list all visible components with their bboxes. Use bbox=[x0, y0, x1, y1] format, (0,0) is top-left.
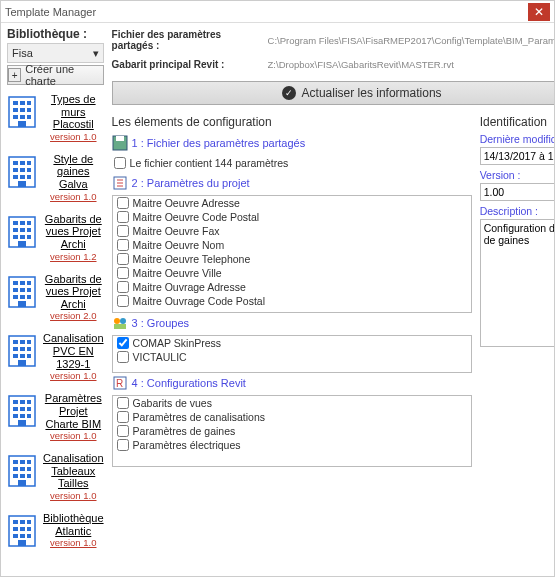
list-item[interactable]: Maitre Oeuvre Telephone bbox=[113, 252, 471, 266]
building-icon bbox=[7, 392, 37, 428]
svg-rect-31 bbox=[27, 235, 31, 239]
list-item[interactable]: Maitre Oeuvre Adresse bbox=[113, 196, 471, 210]
library-select[interactable]: Fisa ▾ bbox=[7, 43, 104, 63]
revit-checkbox[interactable] bbox=[117, 439, 129, 451]
charte-item[interactable]: Gabarits de vues Projet Archiversion 2.0 bbox=[7, 273, 104, 323]
param-checkbox[interactable] bbox=[117, 267, 129, 279]
revit-checkbox[interactable] bbox=[117, 425, 129, 437]
svg-rect-73 bbox=[13, 474, 18, 478]
svg-rect-81 bbox=[13, 527, 18, 531]
charte-item[interactable]: Paramètres Projet Charte BIMversion 1.0 bbox=[7, 392, 104, 442]
params-listbox[interactable]: Maitre Oeuvre AdresseMaitre Oeuvre Code … bbox=[112, 195, 472, 313]
gabarit-label: Gabarit principal Revit : bbox=[112, 59, 262, 70]
param-checkbox[interactable] bbox=[117, 295, 129, 307]
charte-item[interactable]: Style de gaines Galvaversion 1.0 bbox=[7, 153, 104, 203]
svg-rect-82 bbox=[20, 527, 25, 531]
list-item[interactable]: COMAP SkinPress bbox=[113, 336, 471, 350]
charte-version: version 1.2 bbox=[43, 252, 104, 263]
list-item[interactable]: Gabarits de vues bbox=[113, 396, 471, 410]
version-field[interactable] bbox=[480, 183, 555, 201]
svg-rect-47 bbox=[27, 340, 31, 344]
param-checkbox[interactable] bbox=[117, 281, 129, 293]
param-checkbox[interactable] bbox=[117, 225, 129, 237]
building-icon bbox=[7, 452, 37, 488]
svg-rect-84 bbox=[13, 534, 18, 538]
update-button[interactable]: ✓ Actualiser les informations bbox=[112, 81, 555, 105]
svg-rect-69 bbox=[27, 460, 31, 464]
svg-rect-10 bbox=[18, 121, 26, 127]
group-checkbox[interactable] bbox=[117, 351, 129, 363]
svg-rect-72 bbox=[27, 467, 31, 471]
window-title: Template Manager bbox=[5, 6, 528, 18]
disk-icon bbox=[112, 135, 128, 151]
svg-rect-57 bbox=[20, 400, 25, 404]
svg-rect-43 bbox=[18, 301, 26, 307]
param-checkbox[interactable] bbox=[117, 239, 129, 251]
charte-item[interactable]: Gabarits de vues Projet Archiversion 1.2 bbox=[7, 213, 104, 263]
svg-rect-70 bbox=[13, 467, 18, 471]
param-label: Maitre Oeuvre Adresse bbox=[133, 197, 240, 209]
charte-item[interactable]: Bibliothèque Atlanticversion 1.0 bbox=[7, 512, 104, 549]
list-item[interactable]: Maitre Oeuvre Ville bbox=[113, 266, 471, 280]
revit-label: Paramètres de gaines bbox=[133, 425, 236, 437]
svg-rect-93 bbox=[114, 324, 126, 329]
list-item[interactable]: Maitre Ouvrage Code Postal bbox=[113, 294, 471, 308]
svg-rect-26 bbox=[13, 228, 18, 232]
config-title: Les élements de configuration bbox=[112, 115, 472, 129]
file-contains-checkbox[interactable] bbox=[114, 157, 126, 169]
create-charte-button[interactable]: + Créer une charte bbox=[7, 65, 104, 85]
svg-rect-37 bbox=[13, 288, 18, 292]
svg-rect-7 bbox=[13, 115, 18, 119]
group-label: COMAP SkinPress bbox=[133, 337, 222, 349]
svg-rect-27 bbox=[20, 228, 25, 232]
list-item[interactable]: Maitre Oeuvre Fax bbox=[113, 224, 471, 238]
file-contains-row[interactable]: Le fichier contient 144 paramètres bbox=[114, 157, 472, 169]
building-icon bbox=[7, 213, 37, 249]
svg-rect-4 bbox=[13, 108, 18, 112]
list-item[interactable]: VICTAULIC bbox=[113, 350, 471, 364]
svg-rect-89 bbox=[116, 136, 124, 141]
list-item[interactable]: Maitre Ouvrage Adresse bbox=[113, 280, 471, 294]
revit-listbox[interactable]: Gabarits de vuesParamètres de canalisati… bbox=[112, 395, 472, 467]
svg-rect-62 bbox=[13, 414, 18, 418]
charte-title: Style de gaines Galva bbox=[43, 153, 104, 191]
building-icon bbox=[7, 332, 37, 368]
revit-checkbox[interactable] bbox=[117, 397, 129, 409]
revit-checkbox[interactable] bbox=[117, 411, 129, 423]
charte-item[interactable]: Canalisation Tableaux Taillesversion 1.0 bbox=[7, 452, 104, 502]
svg-rect-14 bbox=[27, 161, 31, 165]
close-button[interactable]: ✕ bbox=[528, 3, 550, 21]
modif-field[interactable] bbox=[480, 147, 555, 165]
charte-item[interactable]: Canalisation PVC EN 1329-1version 1.0 bbox=[7, 332, 104, 382]
svg-rect-5 bbox=[20, 108, 25, 112]
desc-field[interactable] bbox=[480, 219, 555, 347]
svg-point-91 bbox=[114, 318, 120, 324]
gabarit-path: Z:\Dropbox\FISA\GabaritsRevit\MASTER.rvt bbox=[268, 59, 555, 70]
param-label: Maitre Oeuvre Ville bbox=[133, 267, 222, 279]
svg-rect-29 bbox=[13, 235, 18, 239]
list-item[interactable]: Paramètres de canalisations bbox=[113, 410, 471, 424]
groups-listbox[interactable]: COMAP SkinPressVICTAULIC bbox=[112, 335, 472, 373]
update-label: Actualiser les informations bbox=[302, 86, 442, 100]
group-checkbox[interactable] bbox=[117, 337, 129, 349]
param-checkbox[interactable] bbox=[117, 211, 129, 223]
list-item[interactable]: Paramètres électriques bbox=[113, 438, 471, 452]
check-icon: ✓ bbox=[282, 86, 296, 100]
svg-rect-75 bbox=[27, 474, 31, 478]
charte-version: version 1.0 bbox=[43, 491, 104, 502]
revit-icon: R bbox=[112, 375, 128, 391]
list-item[interactable]: Maitre Oeuvre Code Postal bbox=[113, 210, 471, 224]
plus-icon: + bbox=[8, 68, 21, 82]
svg-rect-24 bbox=[20, 221, 25, 225]
param-checkbox[interactable] bbox=[117, 253, 129, 265]
file-contains-label: Le fichier contient 144 paramètres bbox=[130, 157, 289, 169]
charte-version: version 1.0 bbox=[43, 371, 104, 382]
list-item[interactable]: Maitre Oeuvre Nom bbox=[113, 238, 471, 252]
param-checkbox[interactable] bbox=[117, 197, 129, 209]
svg-rect-15 bbox=[13, 168, 18, 172]
ident-title: Identification bbox=[480, 115, 555, 129]
list-item[interactable]: Paramètres de gaines bbox=[113, 424, 471, 438]
building-icon bbox=[7, 512, 37, 548]
revit-label: Gabarits de vues bbox=[133, 397, 212, 409]
charte-item[interactable]: Types de murs Placostilversion 1.0 bbox=[7, 93, 104, 143]
